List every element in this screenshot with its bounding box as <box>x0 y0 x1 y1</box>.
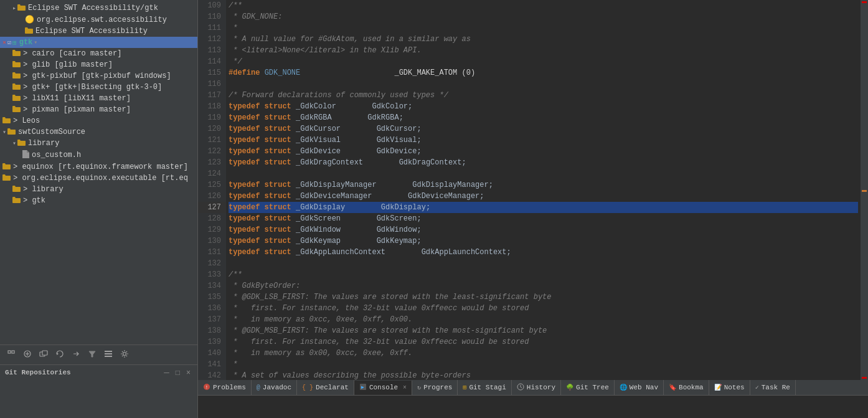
sidebar-bottom-toolbar <box>0 344 197 364</box>
bottom-tab-notes[interactable]: 📝Notes <box>709 380 750 395</box>
tree-item-16[interactable]: > library <box>0 184 197 195</box>
code-line-122[interactable]: typedef struct _GdkDevice GdkDevice; <box>229 146 858 157</box>
scroll-marker-top <box>862 1 867 3</box>
link-editor-button[interactable] <box>68 348 83 362</box>
code-line-126[interactable]: typedef struct _GdkDeviceManager GdkDevi… <box>229 191 858 202</box>
add-repo-button[interactable] <box>4 348 19 362</box>
code-line-116[interactable] <box>229 78 858 90</box>
tree-item-12[interactable]: ▾library <box>0 138 197 149</box>
collapse-all-button[interactable] <box>101 348 116 362</box>
svg-marker-7 <box>57 353 59 355</box>
bottom-tab-bookmarks[interactable]: 🔖Bookma <box>664 380 709 395</box>
tree-item-15[interactable]: > org.eclipse.equinox.executable [rt.eq <box>0 173 197 184</box>
tree-item-11[interactable]: ▾swtCustomSource <box>0 126 197 138</box>
code-line-117[interactable]: /* Forward declarations of commonly used… <box>229 90 858 101</box>
svg-point-12 <box>123 353 126 356</box>
code-line-131[interactable]: typedef struct _GdkAppLaunchContext GdkA… <box>229 247 858 258</box>
sidebar-content[interactable]: ▸Eclipse SWT Accessibility/gtk🟡org.eclip… <box>0 0 197 344</box>
tree-item-2[interactable]: Eclipse SWT Accessibility <box>0 26 197 37</box>
code-line-137[interactable]: * in memory as 0xcc, 0xee, 0xff, 0x00. <box>229 314 858 325</box>
item-label: > Leos <box>13 116 40 125</box>
scroll-gutter[interactable] <box>861 0 868 380</box>
code-line-134[interactable]: * GdkByteOrder: <box>229 280 858 292</box>
refresh-button[interactable] <box>52 348 67 362</box>
bottom-tab-console[interactable]: ▶Console× <box>354 381 412 396</box>
tree-item-13[interactable]: os_custom.h <box>0 149 197 161</box>
tree-item-5[interactable]: > glib [glib master] <box>0 59 197 70</box>
code-line-121[interactable]: typedef struct _GdkVisual GdkVisual; <box>229 135 858 146</box>
code-line-138[interactable]: * @GDK_MSB_FIRST: The values are stored … <box>229 325 858 336</box>
code-line-114[interactable]: */ <box>229 56 858 67</box>
code-line-141[interactable]: * <box>229 359 858 370</box>
code-line-115[interactable]: #define GDK_NONE _GDK_MAKE_ATOM (0) <box>229 67 858 78</box>
clone-button[interactable] <box>36 348 51 362</box>
bottom-tab-javadoc[interactable]: @Javadoc <box>252 380 297 395</box>
code-area[interactable]: /** * GDK_NONE: * * A null value for #Gd… <box>226 0 861 380</box>
tree-item-1[interactable]: 🟡org.eclipse.swt.accessibility <box>0 14 197 26</box>
close-panel-button[interactable]: × <box>184 368 192 378</box>
code-line-129[interactable]: typedef struct _GdkWindow GdkWindow; <box>229 224 858 235</box>
sidebar: ▸Eclipse SWT Accessibility/gtk🟡org.eclip… <box>0 0 198 380</box>
bottom-tab-problems[interactable]: !Problems <box>198 380 252 395</box>
item-label: Eclipse SWT Accessibility <box>35 27 148 36</box>
line-number-118: 118 <box>198 101 226 112</box>
bottom-tab-progress[interactable]: ↻Progres <box>412 380 458 395</box>
code-line-119[interactable]: typedef struct _GdkRGBA GdkRGBA; <box>229 112 858 123</box>
console-close-button[interactable]: × <box>403 384 407 391</box>
minimize-panel-button[interactable]: ─ <box>162 368 171 378</box>
code-line-132[interactable] <box>229 258 858 269</box>
code-line-139[interactable]: * first. For instance, the 32-bit value … <box>229 336 858 348</box>
code-line-140[interactable]: * in memory as 0x00, 0xcc, 0xee, 0xff. <box>229 348 858 359</box>
editor-content[interactable]: 1091101111121131141151161171181191201211… <box>198 0 868 380</box>
filter-button[interactable] <box>85 348 100 362</box>
tree-item-14[interactable]: > equinox [rt.equinox.framework master] <box>0 161 197 173</box>
code-line-112[interactable]: * A null value for #GdkAtom, used in a s… <box>229 34 858 45</box>
scroll-marker-mid <box>862 190 867 192</box>
bottom-tab-task-re[interactable]: ✓Task Re <box>750 380 796 395</box>
bottom-tab-declaration[interactable]: { }Declarat <box>297 380 354 395</box>
tree-item-10[interactable]: > Leos <box>0 115 197 126</box>
code-line-120[interactable]: typedef struct _GdkCursor GdkCursor; <box>229 123 858 135</box>
settings-button[interactable] <box>117 348 132 362</box>
new-repo-button[interactable] <box>20 348 35 362</box>
bottom-tab-history[interactable]: History <box>512 380 561 395</box>
code-line-135[interactable]: * @GDK_LSB_FIRST: The values are stored … <box>229 292 858 303</box>
bottom-section: !Problems@Javadoc{ }Declarat▶Console×↻Pr… <box>0 380 868 418</box>
code-line-128[interactable]: typedef struct _GdkScreen GdkScreen; <box>229 213 858 224</box>
code-line-124[interactable] <box>229 168 858 179</box>
tree-item-0[interactable]: ▸Eclipse SWT Accessibility/gtk <box>0 2 197 14</box>
tree-item-3[interactable]: ✕☑⊞ gtk ▾ <box>0 37 197 48</box>
code-line-111[interactable]: * <box>229 22 858 34</box>
tree-item-8[interactable]: > libX11 [libX11 master] <box>0 93 197 104</box>
folder-icon <box>12 49 21 58</box>
code-line-113[interactable]: * <literal>None</literal> in the Xlib AP… <box>229 45 858 56</box>
code-line-130[interactable]: typedef struct _GdkKeymap GdkKeymap; <box>229 235 858 247</box>
line-number-139: 139 <box>198 336 226 348</box>
code-line-123[interactable]: typedef struct _GdkDragContext GdkDragCo… <box>229 157 858 168</box>
tree-item-7[interactable]: > gtk+ [gtk+|Bisecting gtk-3-0] <box>0 82 197 93</box>
folder-icon <box>2 116 11 125</box>
code-line-109[interactable]: /** <box>229 0 858 11</box>
bottom-tab-web-nav[interactable]: 🌐Web Nav <box>615 380 664 395</box>
tree-item-4[interactable]: > cairo [cairo master] <box>0 48 197 59</box>
editor: 1091101111121131141151161171181191201211… <box>198 0 868 380</box>
item-label: > libX11 [libX11 master] <box>23 94 131 103</box>
bottom-tab-git-staging[interactable]: ⊞Git Stagi <box>458 380 511 395</box>
bookmarks-icon: 🔖 <box>669 384 676 391</box>
code-line-118[interactable]: typedef struct _GdkColor GdkColor; <box>229 101 858 112</box>
folder-icon <box>2 163 11 171</box>
tree-item-17[interactable]: > gtk <box>0 195 197 206</box>
code-line-125[interactable]: typedef struct _GdkDisplayManager GdkDis… <box>229 179 858 191</box>
tree-item-6[interactable]: > gtk-pixbuf [gtk-pixbuf windows] <box>0 70 197 82</box>
code-line-110[interactable]: * GDK_NONE: <box>229 11 858 22</box>
code-line-142[interactable]: * A set of values describing the possibl… <box>229 370 858 380</box>
bottom-tab-git-tree[interactable]: 🌳Git Tree <box>561 380 615 395</box>
main-area: ▸Eclipse SWT Accessibility/gtk🟡org.eclip… <box>0 0 868 380</box>
maximize-panel-button[interactable]: □ <box>174 368 182 378</box>
code-line-136[interactable]: * first. For instance, the 32-bit value … <box>229 303 858 314</box>
code-line-133[interactable]: /** <box>229 269 858 280</box>
line-number-132: 132 <box>198 258 226 269</box>
code-line-127[interactable]: typedef struct _GdkDisplay GdkDisplay; <box>229 202 858 213</box>
tree-item-9[interactable]: > pixman [pixman master] <box>0 104 197 115</box>
expand-icon: ▾ <box>34 39 37 46</box>
